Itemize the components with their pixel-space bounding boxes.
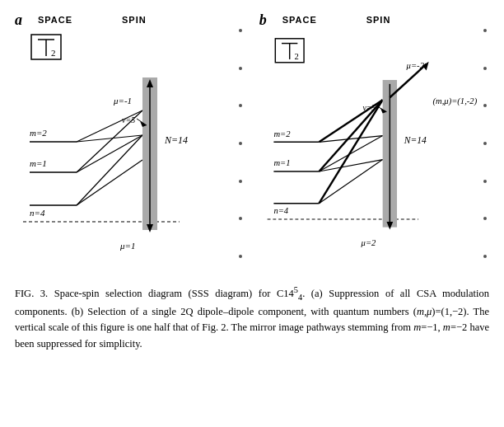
diagram-a-divider (236, 12, 245, 275)
svg-line-40 (319, 100, 382, 204)
caption-title: FIG. 3. (15, 288, 48, 299)
svg-line-14 (77, 135, 142, 205)
diagram-a-space: SPACE (38, 15, 72, 25)
diagram-a-label: a (15, 12, 22, 29)
svg-text:μ=-1: μ=-1 (113, 96, 132, 106)
figure-caption: FIG. 3. Space-spin selection diagram (SS… (15, 284, 489, 419)
diagram-a-spin: SPIN (122, 15, 147, 25)
diagram-a-svg: 2 n=4 m=1 m=2 (15, 28, 245, 271)
svg-text:μ=1: μ=1 (119, 241, 135, 251)
svg-text:m=1: m=1 (273, 158, 290, 167)
svg-text:2: 2 (294, 52, 298, 61)
diagram-b-spin: SPIN (366, 15, 391, 25)
diagrams-row: a SPACE SPIN 2 n=4 m=1 m=2 (15, 12, 489, 275)
diagram-b: b SPACE SPIN 2 n=4 m=1 m=2 (259, 12, 489, 275)
diagram-a: a SPACE SPIN 2 n=4 m=1 m=2 (15, 12, 245, 275)
diagram-b-label: b (259, 12, 267, 29)
svg-text:m=2: m=2 (30, 128, 47, 138)
svg-text:N=14: N=14 (403, 135, 426, 146)
diagram-b-space: SPACE (282, 15, 317, 25)
caption-text: Space-spin selection diagram (SSS diagra… (48, 288, 294, 299)
svg-text:ν=5: ν=5 (362, 103, 376, 112)
svg-text:m=2: m=2 (273, 129, 291, 138)
diagram-b-divider (481, 12, 489, 275)
svg-text:μ=2: μ=2 (360, 238, 376, 247)
svg-text:(m,μ)=(1,-2): (m,μ)=(1,-2) (432, 96, 477, 106)
page: a SPACE SPIN 2 n=4 m=1 m=2 (0, 0, 504, 427)
svg-text:n=4: n=4 (273, 206, 288, 215)
svg-text:N=14: N=14 (164, 134, 188, 146)
svg-text:ν=5: ν=5 (122, 115, 135, 124)
svg-text:2: 2 (51, 48, 56, 58)
diagram-b-svg: 2 n=4 m=1 m=2 (259, 28, 490, 271)
svg-text:n=4: n=4 (30, 208, 45, 218)
svg-text:m=1: m=1 (30, 158, 47, 168)
svg-text:μ=-2: μ=-2 (405, 61, 424, 70)
